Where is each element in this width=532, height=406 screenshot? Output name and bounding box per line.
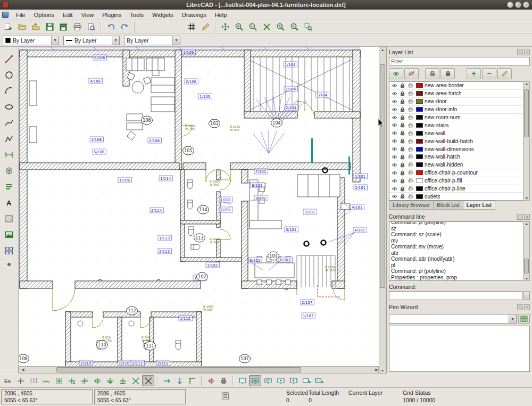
menu-help[interactable]: Help — [211, 11, 231, 19]
zoom-window-button[interactable] — [302, 21, 315, 33]
snap-distance-icon[interactable] — [117, 375, 129, 386]
pan-zoom-button[interactable] — [219, 21, 232, 33]
tab-library-browser[interactable]: Library Browser — [389, 201, 434, 210]
menu-edit[interactable]: Edit — [59, 11, 77, 19]
menu-view[interactable]: View — [77, 11, 98, 19]
layer-lock-icon[interactable] — [398, 122, 406, 128]
command-history-scrollbar[interactable]: ▲ ▼ — [523, 221, 530, 281]
auto-zoom-button[interactable] — [274, 21, 287, 33]
layer-row[interactable]: new-area-border — [389, 82, 523, 90]
lock-relative-zero-icon[interactable] — [218, 375, 230, 386]
layer-visibility-icon[interactable] — [390, 179, 398, 183]
scroll-down-icon[interactable]: ▼ — [523, 277, 530, 280]
scrollbar-thumb[interactable] — [56, 367, 301, 372]
add-layer-button[interactable]: + — [467, 68, 481, 79]
scroll-up-icon[interactable]: ▲ — [379, 48, 386, 52]
restrict-vertical-icon[interactable] — [173, 375, 186, 386]
monitor-icon-2[interactable] — [249, 375, 261, 386]
circle-tool-icon[interactable] — [2, 68, 16, 82]
canvas-vertical-scrollbar[interactable]: ▲ ▼ — [379, 47, 386, 374]
draft-mode-button[interactable] — [199, 21, 212, 33]
restrict-horizontal-icon[interactable] — [161, 375, 173, 386]
layer-print-icon[interactable] — [406, 186, 414, 191]
close-panel-icon[interactable]: × — [524, 304, 530, 310]
float-panel-icon[interactable]: □ — [517, 49, 523, 55]
layer-row[interactable]: new-area-hatch — [389, 90, 523, 98]
tab-block-list[interactable]: Block List — [434, 201, 463, 210]
layer-visibility-icon[interactable] — [390, 107, 398, 112]
tab-layer-list[interactable]: Layer List — [463, 201, 495, 210]
snap-grid-icon[interactable] — [53, 375, 65, 386]
layer-visibility-icon[interactable] — [390, 131, 398, 135]
text-tool-icon[interactable]: A — [2, 196, 16, 210]
scrollbar-thumb[interactable] — [380, 64, 385, 288]
layer-visibility-icon[interactable] — [390, 171, 398, 175]
hatch-tool-icon[interactable] — [2, 212, 16, 226]
layer-print-icon[interactable] — [406, 99, 414, 104]
unlock-all-layers-button[interactable] — [425, 68, 439, 79]
print-preview-button[interactable] — [85, 21, 98, 33]
pen-wizard-combo[interactable]: ▾ — [389, 314, 517, 324]
grid-toggle-button[interactable] — [185, 21, 198, 33]
snap-free-icon[interactable] — [40, 375, 52, 386]
add-monitor-icon-1[interactable] — [300, 375, 312, 386]
layer-visibility-icon[interactable] — [390, 194, 398, 198]
menu-widgets[interactable]: Widgets — [148, 11, 178, 19]
layer-print-icon[interactable] — [406, 91, 414, 96]
layer-lock-icon[interactable] — [398, 130, 406, 136]
menu-tools[interactable]: Tools — [126, 11, 148, 19]
layer-visibility-icon[interactable] — [390, 155, 398, 159]
layer-row[interactable]: new-wall-hidden — [389, 161, 523, 169]
snap-intersection-icon[interactable] — [129, 375, 142, 386]
polyline-tool-icon[interactable] — [2, 132, 16, 146]
scroll-down-icon[interactable]: ▼ — [523, 196, 530, 200]
spline-tool-icon[interactable] — [2, 116, 16, 130]
monitor-icon-1[interactable] — [236, 375, 248, 386]
scroll-left-icon[interactable]: ◀ — [20, 368, 26, 372]
ellipse-tool-icon[interactable] — [2, 100, 16, 114]
layer-visibility-icon[interactable] — [390, 139, 398, 143]
insert-tool-icon[interactable] — [2, 164, 16, 178]
close-panel-icon[interactable]: × — [524, 49, 530, 55]
redo-button[interactable] — [118, 21, 131, 33]
scroll-up-icon[interactable]: ▲ — [523, 82, 530, 86]
layer-row[interactable]: office-chair-p-line — [389, 185, 523, 193]
scroll-right-icon[interactable]: ▶ — [373, 368, 380, 372]
pen-wizard-list[interactable] — [389, 326, 530, 372]
layer-lock-icon[interactable] — [398, 186, 406, 192]
layer-visibility-icon[interactable] — [390, 123, 398, 127]
layer-lock-icon[interactable] — [398, 170, 406, 176]
edit-layer-button[interactable] — [497, 68, 512, 79]
layer-visibility-icon[interactable] — [390, 92, 398, 96]
canvas-horizontal-scrollbar[interactable]: ◀ ▶ — [19, 366, 379, 374]
layer-visibility-icon[interactable] — [390, 163, 398, 167]
layer-row[interactable]: new-stairs — [389, 121, 523, 129]
order-tool-icon[interactable] — [2, 180, 16, 194]
scrollbar-thumb[interactable] — [524, 259, 529, 274]
set-relative-zero-icon[interactable] — [205, 375, 217, 386]
lock-all-layers-button[interactable] — [440, 68, 455, 79]
layer-print-icon[interactable] — [406, 123, 414, 128]
layer-row[interactable]: new-door — [389, 98, 523, 106]
command-input[interactable] — [389, 291, 522, 300]
float-panel-icon[interactable]: □ — [517, 304, 523, 310]
layer-row[interactable]: outlets — [389, 193, 523, 201]
open-recent-button[interactable] — [29, 21, 43, 33]
line-tool-icon[interactable] — [2, 52, 16, 66]
layer-visibility-icon[interactable] — [390, 84, 398, 88]
layer-filter-input[interactable] — [389, 57, 530, 65]
menu-drawings[interactable]: Drawings — [178, 11, 211, 19]
snap-endpoint-icon[interactable] — [65, 375, 78, 386]
block-tool-icon[interactable] — [2, 244, 16, 258]
save-as-button[interactable] — [57, 21, 70, 33]
menu-options[interactable]: Options — [30, 11, 59, 19]
layer-row[interactable]: new-door-info — [389, 106, 523, 114]
layer-lock-icon[interactable] — [398, 146, 406, 152]
restrict-nothing-icon[interactable] — [142, 375, 154, 386]
zoom-out-button[interactable] — [246, 21, 260, 33]
minimize-button[interactable]: – — [507, 2, 513, 8]
layer-lock-icon[interactable] — [398, 178, 406, 184]
zoom-previous-button[interactable] — [288, 21, 301, 33]
print-button[interactable] — [71, 21, 84, 33]
layer-print-icon[interactable] — [406, 170, 414, 175]
